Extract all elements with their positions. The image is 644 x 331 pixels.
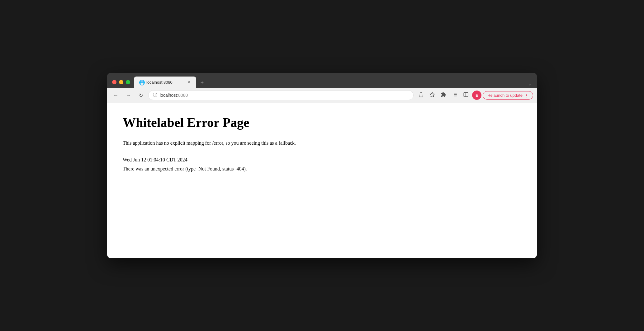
reading-list-button[interactable] [450, 90, 460, 100]
tab-dropdown-icon[interactable]: ⌄ [528, 82, 532, 86]
error-timestamp: Wed Jun 12 01:04:10 CDT 2024 [123, 156, 521, 165]
active-tab[interactable]: 🌐 localhost:8080 ✕ [134, 77, 196, 88]
info-icon: ⓘ [153, 92, 157, 98]
tab-bar-right: ⌄ [528, 82, 532, 88]
address-bar[interactable]: ⓘ localhost:8080 [148, 90, 414, 100]
extensions-button[interactable] [438, 90, 448, 100]
extensions-icon [441, 92, 446, 99]
sidebar-button[interactable] [461, 90, 471, 100]
tab-title: localhost:8080 [146, 80, 184, 85]
title-bar: 🌐 localhost:8080 ✕ + ⌄ [107, 73, 537, 88]
bookmark-button[interactable] [427, 90, 437, 100]
relaunch-label: Relaunch to update [487, 93, 523, 98]
profile-button[interactable]: E [472, 91, 481, 100]
reading-list-icon [452, 92, 457, 99]
error-heading: Whitelabel Error Page [123, 115, 521, 130]
share-button[interactable] [416, 90, 426, 100]
close-button[interactable] [112, 80, 116, 84]
new-tab-button[interactable]: + [197, 78, 207, 87]
address-protocol: localhost [160, 93, 177, 98]
refresh-button[interactable]: ↻ [136, 90, 146, 100]
browser-window: 🌐 localhost:8080 ✕ + ⌄ ← → ↻ ⓘ localhost… [107, 73, 537, 258]
error-detail: There was an unexpected error (type=Not … [123, 165, 521, 174]
relaunch-button[interactable]: Relaunch to update ⋮ [483, 91, 533, 100]
forward-icon: → [126, 92, 131, 98]
bookmark-icon [429, 92, 435, 99]
page-content: Whitelabel Error Page This application h… [107, 103, 537, 258]
back-icon: ← [113, 92, 118, 98]
nav-actions: E Relaunch to update ⋮ [416, 90, 533, 100]
tab-close-button[interactable]: ✕ [186, 80, 191, 85]
svg-rect-8 [464, 92, 468, 97]
forward-button[interactable]: → [123, 90, 133, 100]
traffic-lights [112, 80, 130, 84]
minimize-button[interactable] [119, 80, 123, 84]
globe-icon: 🌐 [139, 80, 144, 85]
address-port: :8080 [177, 93, 188, 98]
error-description: This application has no explicit mapping… [123, 139, 521, 147]
nav-bar: ← → ↻ ⓘ localhost:8080 [107, 88, 537, 103]
back-button[interactable]: ← [111, 90, 121, 100]
error-details: Wed Jun 12 01:04:10 CDT 2024 There was a… [123, 156, 521, 174]
tab-bar: 🌐 localhost:8080 ✕ + ⌄ [134, 77, 532, 88]
sidebar-icon [463, 92, 469, 99]
address-text: localhost:8080 [160, 93, 409, 98]
svg-marker-1 [430, 92, 435, 97]
refresh-icon: ↻ [139, 92, 143, 98]
maximize-button[interactable] [126, 80, 130, 84]
share-icon [418, 92, 424, 99]
relaunch-menu-icon: ⋮ [524, 93, 528, 98]
